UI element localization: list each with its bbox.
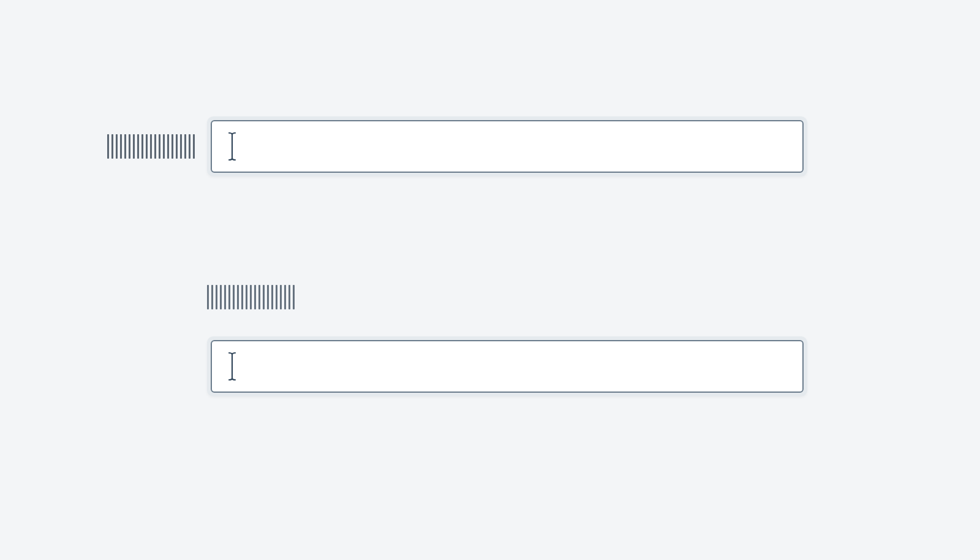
field1-shell [207, 116, 807, 176]
text-cursor-icon [228, 132, 236, 161]
field1-label-wrap [0, 116, 207, 176]
field1-label-placeholder [107, 134, 195, 159]
field2-input[interactable] [211, 340, 804, 393]
form-row-1 [0, 116, 980, 176]
field1-wrap [207, 116, 807, 176]
field1-input[interactable] [211, 120, 804, 173]
field2-label-placeholder [207, 285, 807, 309]
form-row-2 [207, 285, 807, 396]
text-cursor-icon [228, 352, 236, 381]
field2-shell [207, 336, 807, 396]
field2-label-wrap [207, 285, 807, 309]
form-mock [0, 0, 980, 560]
